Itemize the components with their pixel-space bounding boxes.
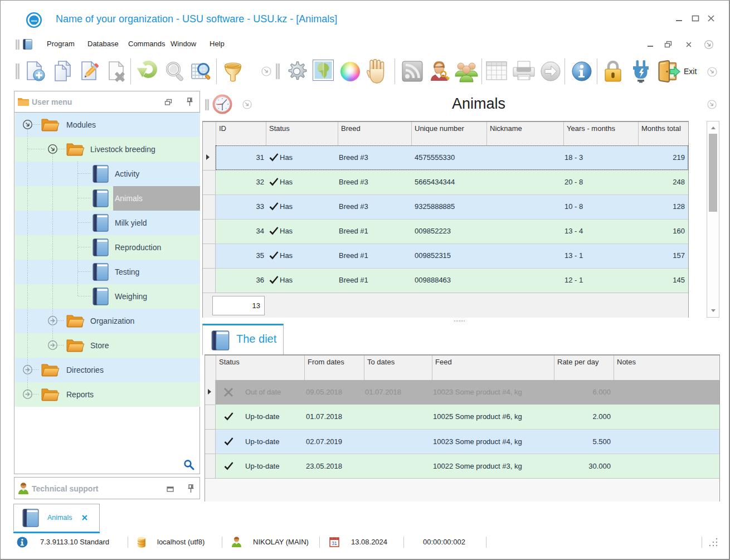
svg-text:usu: usu: [31, 19, 37, 22]
svg-text:31: 31: [332, 540, 337, 546]
